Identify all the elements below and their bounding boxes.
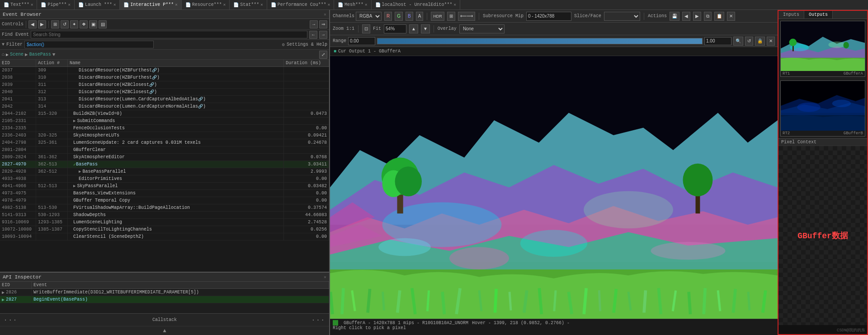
grid-button[interactable]: ⊞: [51, 20, 59, 28]
texture-viewport[interactable]: [330, 56, 778, 319]
table-row[interactable]: 2041 313 DiscardResource(Lumen.CardCaptu…: [0, 96, 329, 103]
expand-button[interactable]: ⤢: [319, 51, 327, 59]
basepass-link[interactable]: BasePass: [29, 52, 51, 57]
rt1-container[interactable]: RT1 GBufferA: [780, 21, 865, 77]
grid-view-button[interactable]: ⊞: [447, 12, 455, 21]
a-channel-btn[interactable]: A: [416, 12, 424, 21]
tab-localhost[interactable]: 📄 localhost - UnrealEdito*** ✕: [372, 0, 460, 9]
hdr-button[interactable]: HDR: [431, 12, 444, 21]
close-panel-icon[interactable]: ✕: [324, 12, 326, 17]
range-lock-btn[interactable]: 🔒: [755, 37, 765, 46]
table-row[interactable]: 9316-10069 1293-1385 LumenSceneLighting …: [0, 219, 329, 226]
search-nav-right[interactable]: →: [319, 31, 327, 39]
table-row[interactable]: 4973-4975 BasePass_ViewExtensions 0.00: [0, 190, 329, 197]
tab-outputs[interactable]: Outputs: [804, 11, 833, 19]
table-row[interactable]: 2038 310 DiscardResource(HZBFurthest🔗): [0, 74, 329, 81]
grid2-button[interactable]: ❖: [80, 20, 88, 28]
api-row-selected[interactable]: ▶2827 BeginEvent(BasePass): [0, 296, 329, 303]
fit-button[interactable]: ⊡: [362, 24, 370, 33]
zoom-up-btn[interactable]: ▲: [409, 24, 418, 33]
b-channel-btn[interactable]: B: [406, 12, 413, 21]
table-row[interactable]: 2039 311 DiscardResource(HZBClosest🔗): [0, 81, 329, 89]
table-row-basepass[interactable]: 2827-4970 362-513 ✓ BasePass 3.03411: [0, 161, 329, 168]
range-min-input[interactable]: [348, 37, 375, 45]
table-row[interactable]: 2044-2102 315-320 BuildHZB(ViewId=0) 0.0…: [0, 110, 329, 118]
close-icon[interactable]: ✕: [454, 2, 456, 7]
nav-right2-button[interactable]: ⇒: [319, 20, 327, 28]
tab-stat[interactable]: 📄 Stat*** ✕: [230, 0, 267, 9]
table-row[interactable]: 2040 312 DiscardResource(HZBClosest🔗): [0, 89, 329, 96]
table-row[interactable]: 4933-4938 EditorPrimitives 0.00: [0, 175, 329, 183]
table-row[interactable]: 2105-2331 ▶SubmitCommands: [0, 118, 329, 125]
table-row[interactable]: 4941-4966 512-513 ▶SkyPassParallel 0.034…: [0, 183, 329, 190]
close-icon[interactable]: ✕: [260, 2, 263, 7]
back-button[interactable]: ◀: [28, 20, 37, 28]
tab-text[interactable]: 📄 Text*** ✕: [0, 0, 37, 9]
settings-help-label[interactable]: Settings & Help: [287, 42, 327, 47]
table-row[interactable]: 2037 309 DiscardResource(HZBFurthest🔗): [0, 67, 329, 74]
table-row[interactable]: 4978-4979 GBuffer Temporal Copy 0.00: [0, 197, 329, 204]
filter-input[interactable]: [24, 41, 154, 48]
table-row[interactable]: 10093-10094 ClearStencil (SceneDepthZ) 0…: [0, 233, 329, 241]
home-icon[interactable]: ⌂: [2, 52, 5, 57]
zoom-input[interactable]: [384, 24, 406, 33]
dots-right[interactable]: ···: [311, 316, 326, 324]
close-icon[interactable]: ✕: [68, 2, 70, 7]
table-row[interactable]: 2336-2403 320-325 SkyAtmosphereLUTs 0.09…: [0, 132, 329, 139]
table-row[interactable]: 2042 314 DiscardResource(Lumen.CardCaptu…: [0, 103, 329, 110]
range-slider[interactable]: [377, 38, 703, 44]
table-row[interactable]: 2334-2335 FenceOcclusionTests 0.00: [0, 125, 329, 132]
table-row[interactable]: 2829-4928 362-512 ▶BasePassParallel 2.99…: [0, 168, 329, 175]
list-button[interactable]: ▣: [89, 20, 97, 28]
api-row[interactable]: ▶2826 WriteBufferImmediate(D3D12_WRITEBU…: [0, 289, 329, 296]
scroll-up-bar[interactable]: ▲: [0, 326, 329, 335]
rt2-container[interactable]: RT2 GBufferB: [780, 80, 865, 137]
tab-pipe[interactable]: 📄 Pipe*** ✕: [37, 0, 74, 9]
mip-input[interactable]: [526, 12, 571, 21]
r-channel-btn[interactable]: R: [384, 12, 392, 21]
table-row[interactable]: 2801-2804 GBufferClear: [0, 146, 329, 154]
range-x-btn[interactable]: ✕: [767, 37, 775, 46]
tab-inputs[interactable]: Inputs: [778, 11, 804, 19]
table-row[interactable]: 10072-10080 1385-1387 CopyStencilToLight…: [0, 226, 329, 233]
tab-perf[interactable]: 📄 Performance Cou*** ✕: [267, 0, 334, 9]
tab-mesh[interactable]: 📄 Mesh*** ✕: [334, 0, 371, 9]
tab-resource[interactable]: 📄 Resource*** ✕: [182, 0, 230, 9]
zoom-down-btn[interactable]: ▼: [421, 24, 430, 33]
overlay-select[interactable]: None: [459, 24, 505, 33]
table-row[interactable]: 2404-2798 325-361 LumenSceneUpdate: 2 ca…: [0, 139, 329, 146]
lines-button[interactable]: ▤: [99, 20, 107, 28]
refresh-button[interactable]: ↺: [61, 20, 69, 28]
search-input[interactable]: [31, 31, 307, 38]
close-icon[interactable]: ✕: [365, 2, 367, 7]
scene-link[interactable]: Scene: [10, 52, 24, 57]
nav-right-button[interactable]: →: [310, 20, 318, 28]
api-table[interactable]: EID Event ▶2826 WriteBufferImmediate(D3D…: [0, 282, 329, 313]
action-next-btn[interactable]: ▶: [693, 12, 701, 21]
event-table[interactable]: EID Action # Name Duration (ms) 2037 309…: [0, 60, 329, 272]
range-search-btn[interactable]: 🔍: [733, 37, 743, 46]
table-row[interactable]: 4982-5138 513-530 FVirtualShadowMapArray…: [0, 204, 329, 212]
flip-button[interactable]: ⟵⟶: [458, 12, 475, 21]
settings-gear-icon[interactable]: ⚙: [282, 42, 285, 47]
close-icon[interactable]: ✕: [328, 2, 330, 7]
close-icon[interactable]: ✕: [113, 2, 116, 7]
action-delete-btn[interactable]: ✕: [727, 12, 735, 21]
action-prev-btn[interactable]: ◀: [682, 12, 690, 21]
g-channel-btn[interactable]: G: [395, 12, 403, 21]
star-button[interactable]: ✦: [70, 20, 78, 28]
range-max-input[interactable]: [704, 37, 731, 45]
range-reset-btn[interactable]: ↺: [745, 37, 753, 46]
table-row[interactable]: 5141-9313 530-1293 ShadowDepths 44.66083: [0, 212, 329, 219]
search-nav-left[interactable]: ←: [309, 31, 317, 39]
action-copy-btn[interactable]: ⧉: [704, 12, 712, 21]
action-save-btn[interactable]: 💾: [670, 12, 679, 21]
close-icon[interactable]: ✕: [31, 2, 33, 7]
channels-select[interactable]: RGBA: [356, 12, 382, 21]
close-icon[interactable]: ✕: [223, 2, 226, 7]
api-close-icon[interactable]: ✕: [324, 274, 326, 280]
tab-launch[interactable]: 📄 Launch *** ✕: [75, 0, 120, 9]
tab-interactive[interactable]: 📄 Interactive P*** ✕: [120, 0, 181, 9]
dots-left[interactable]: ···: [4, 316, 18, 324]
close-icon[interactable]: ✕: [175, 2, 177, 7]
